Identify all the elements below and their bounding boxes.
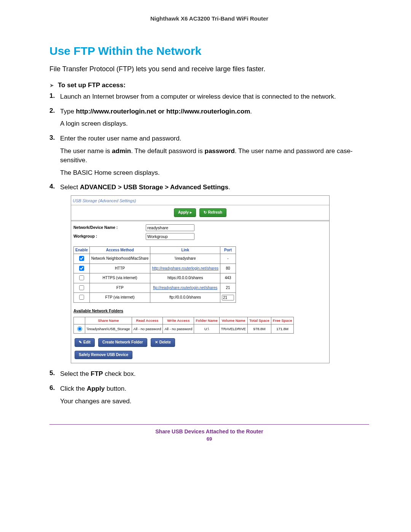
step-text: Select ADVANCED > USB Storage > Advanced… <box>60 183 369 192</box>
table-row: FTPftp://readyshare.routerlogin.net/shar… <box>74 283 236 293</box>
workgroup-input[interactable] <box>146 233 194 240</box>
folder-select-radio[interactable] <box>77 326 82 331</box>
step-number: 6. <box>49 384 60 409</box>
table-row: \\readyshare\USB_StorageAll - no passwor… <box>74 324 294 334</box>
table-row: HTTPS (via internet)https://0.0.0.0/shar… <box>74 273 236 283</box>
access-method-cell: Network Neighborhood/MacShare <box>89 254 150 264</box>
footer-section-title: Share USB Devices Attached to the Router <box>49 428 369 435</box>
folder-cell: \\readyshare\USB_Storage <box>85 324 132 334</box>
access-method-cell: FTP <box>89 283 150 293</box>
folder-cell: All - no password <box>132 324 163 334</box>
step-followup: A login screen displays. <box>60 119 369 129</box>
folders-heading: Available Network Folders <box>71 305 329 315</box>
panel-button-bar: Apply ▸ ↻ Refresh <box>71 205 329 220</box>
step-number: 5. <box>49 369 60 382</box>
port-cell: 443 <box>220 273 236 283</box>
col-folder: Folder Name <box>194 317 220 324</box>
footer-rule <box>49 424 369 425</box>
section-title: Use FTP Within the Network <box>49 45 369 58</box>
port-cell: - <box>220 254 236 264</box>
access-method-cell: HTTPS (via internet) <box>89 273 150 283</box>
access-method-cell: HTTP <box>89 264 150 273</box>
doc-header: Nighthawk X6 AC3200 Tri-Band WiFi Router <box>49 15 369 22</box>
create-folder-button[interactable]: Create Network Folder <box>98 338 147 347</box>
col-port: Port <box>220 246 236 254</box>
apply-button[interactable]: Apply ▸ <box>174 208 196 217</box>
enable-checkbox[interactable] <box>79 285 84 290</box>
port-cell: 80 <box>220 264 236 273</box>
page-number: 69 <box>49 436 369 442</box>
step-text: Select the FTP check box. <box>60 369 369 379</box>
delete-button[interactable]: ✕ Delete <box>151 338 175 347</box>
enable-checkbox[interactable] <box>79 295 84 300</box>
x-icon: ✕ <box>155 340 158 345</box>
step-followup: Your changes are saved. <box>60 397 369 406</box>
col-volume: Volume Name <box>219 317 247 324</box>
access-method-cell: FTP (via internet) <box>89 293 150 303</box>
col-write: Write Access <box>163 317 194 324</box>
step-text: Launch an Internet browser from a comput… <box>60 92 369 102</box>
step-text: Type http://www.routerlogin.net or http:… <box>60 107 369 117</box>
col-read: Read Access <box>132 317 163 324</box>
step-text: Click the Apply button. <box>60 384 369 394</box>
table-row: FTP (via internet)ftp://0.0.0.0/shares <box>74 293 236 303</box>
step-number: 3. <box>49 134 60 181</box>
refresh-button[interactable]: ↻ Refresh <box>199 208 226 217</box>
enable-checkbox[interactable] <box>79 256 84 261</box>
device-name-input[interactable] <box>146 224 194 231</box>
pencil-icon: ✎ <box>79 340 82 345</box>
access-link-text: https://0.0.0.0/shares <box>150 273 220 283</box>
table-row: HTTPhttp://readyshare.routerlogin.net/sh… <box>74 264 236 273</box>
port-input[interactable] <box>222 295 234 300</box>
step-number: 2. <box>49 107 60 132</box>
access-link[interactable]: http://readyshare.routerlogin.net/shares <box>152 266 218 270</box>
folder-cell: U:\ <box>194 324 220 334</box>
device-name-label: Network/Device Name : <box>73 225 146 230</box>
access-link[interactable]: ftp://readyshare.routerlogin.net/shares <box>153 286 217 290</box>
folders-table: Share Name Read Access Write Access Fold… <box>73 317 294 334</box>
table-row: Network Neighborhood/MacShare\\readyshar… <box>74 254 236 264</box>
step-number: 1. <box>49 92 60 105</box>
sub-instruction: ➤ To set up FTP access: <box>49 81 369 89</box>
workgroup-label: Workgroup : <box>73 233 146 239</box>
step-followup: The user name is admin. The default pass… <box>60 147 369 165</box>
enable-checkbox[interactable] <box>79 266 84 271</box>
refresh-icon: ↻ <box>204 210 207 216</box>
col-method: Access Method <box>89 246 150 254</box>
col-enable: Enable <box>74 246 90 254</box>
folder-cell: TRAVELDRIVE <box>219 324 247 334</box>
col-free: Free Space <box>271 317 294 324</box>
port-cell: 21 <box>220 283 236 293</box>
step-text: Enter the router user name and password. <box>60 134 369 144</box>
access-link-text: \\readyshare <box>150 254 220 264</box>
intro-paragraph: File Transfer Protocol (FTP) lets you se… <box>49 65 369 73</box>
folder-cell: 978.8M <box>248 324 271 334</box>
folder-cell: All - no password <box>163 324 194 334</box>
sub-instruction-text: To set up FTP access: <box>58 81 126 89</box>
access-method-table: Enable Access Method Link Port Network N… <box>73 246 236 303</box>
step-followup: The BASIC Home screen displays. <box>60 168 369 178</box>
edit-button[interactable]: ✎ Edit <box>75 338 95 347</box>
chevron-right-icon: ➤ <box>49 82 54 88</box>
access-link-text: ftp://0.0.0.0/shares <box>150 293 220 303</box>
step-number: 4. <box>49 183 60 367</box>
safely-remove-button[interactable]: Safely Remove USB Device <box>75 351 132 359</box>
col-link: Link <box>150 246 220 254</box>
usb-storage-panel: USB Storage (Advanced Settings) Apply ▸ … <box>71 195 330 363</box>
col-total: Total Space <box>248 317 271 324</box>
enable-checkbox[interactable] <box>79 275 84 280</box>
panel-title: USB Storage (Advanced Settings) <box>71 196 329 205</box>
col-share: Share Name <box>85 317 132 324</box>
folder-cell: 171.8M <box>271 324 294 334</box>
